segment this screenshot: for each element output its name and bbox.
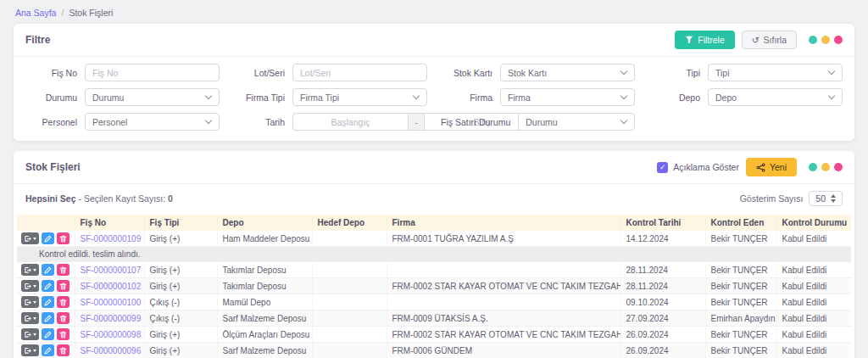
row-export-menu-button[interactable] [21,312,39,324]
field-tipi: Tipi Tipi [648,64,843,81]
yellow-dot-icon [821,36,830,44]
cell-kontrol-tarihi: 26.09.2024 [620,343,705,358]
filter-panel-title: Filtre [25,34,50,46]
cell-fis-no[interactable]: SF-0000000109 [75,231,144,247]
date-start-input[interactable] [292,113,408,131]
caret-down-icon [33,350,36,352]
cell-fis-tipi: Giriş (+) [144,231,217,247]
cell-fis-tipi: Çıkış (-) [144,310,217,327]
yeni-button[interactable]: Yeni [746,158,797,176]
row-actions [21,232,70,244]
cell-kontrol-durumu: Kabul Edildi [776,310,851,327]
row-actions [21,280,70,292]
cell-depo: Ölçüm Araçları Deposu [217,327,312,343]
breadcrumb-home-link[interactable]: Ana Sayfa [15,8,56,18]
row-export-menu-button[interactable] [21,280,39,292]
cell-kontrol-tarihi: 27.09.2024 [620,310,705,327]
row-note-text: Kontrol edildi. teslim alındı. [17,247,851,262]
filter-panel: Filtre Filtrele ↺ Sıfırla Fiş No Lot/Ser… [14,24,854,141]
export-icon [24,299,31,306]
cell-fis-no[interactable]: SF-0000000099 [75,310,144,327]
caret-down-icon [33,238,36,240]
row-delete-button[interactable] [57,280,70,292]
row-delete-button[interactable] [57,264,70,276]
stok-karti-select[interactable]: Stok Kartı [500,64,635,81]
cell-fis-tipi: Giriş (+) [144,327,217,343]
row-export-menu-button[interactable] [21,328,39,340]
cell-kontrol-tarihi: 09.10.2024 [620,294,705,310]
row-delete-button[interactable] [57,296,70,308]
cell-fis-no[interactable]: SF-0000000107 [75,262,144,278]
row-delete-button[interactable] [57,344,70,356]
gosterim-sayisi-select[interactable]: 50 [809,191,843,206]
stok-karti-label: Stok Kartı [441,68,500,78]
row-delete-button[interactable] [57,328,70,340]
sifirla-button[interactable]: ↺ Sıfırla [742,31,797,49]
field-stok-karti: Stok Kartı Stok Kartı [441,64,635,81]
row-edit-button[interactable] [42,328,54,340]
row-delete-button[interactable] [57,312,70,324]
field-firma-tipi: Firma Tipi Firma Tipi [233,88,427,106]
cell-kontrol-tarihi: 28.11.2024 [620,262,705,278]
row-edit-button[interactable] [42,280,54,292]
cell-actions [17,294,75,310]
cell-kontrol-eden: Bekir TUNÇER [705,294,776,310]
table-row: SF-0000000102Giriş (+)Takımlar DeposuFRM… [17,278,851,294]
export-icon [24,282,31,290]
cell-kontrol-durumu: Kabul Edildi [776,343,851,358]
pink-dot-icon [834,36,843,44]
filtrele-button[interactable]: Filtrele [675,31,735,49]
row-edit-button[interactable] [42,232,54,244]
row-export-menu-button[interactable] [21,232,39,244]
trash-icon [59,315,67,322]
cell-fis-no[interactable]: SF-0000000098 [75,327,144,343]
table-body: SF-0000000109Giriş (+)Ham Maddeler Depos… [17,231,851,358]
cell-fis-no[interactable]: SF-0000000096 [75,343,144,358]
durumu-select[interactable]: Durumu [85,88,220,106]
row-export-menu-button[interactable] [21,264,39,276]
checkbox-checked-icon[interactable]: ✓ [657,162,668,173]
firma-select[interactable]: Firma [500,88,635,106]
row-edit-button[interactable] [42,312,54,324]
stok-fisleri-title: Stok Fişleri [25,161,81,173]
cell-kontrol-eden: Bekir TUNÇER [705,327,776,343]
secilen-kayit-label: Seçilen Kayıt Sayısı: [84,193,165,204]
cell-fis-no[interactable]: SF-0000000102 [75,278,144,294]
row-edit-button[interactable] [42,344,54,356]
lot-seri-input[interactable] [292,64,427,81]
row-edit-button[interactable] [42,296,54,308]
cell-fis-tipi: Giriş (+) [144,343,217,358]
pencil-icon [44,235,52,243]
trash-icon [59,282,67,290]
cell-kontrol-durumu: Kabul Edildi [776,294,851,310]
row-export-menu-button[interactable] [21,344,39,356]
sifirla-button-label: Sıfırla [764,35,787,45]
row-delete-button[interactable] [57,232,70,244]
header-depo: Depo [217,215,312,231]
header-fis-tipi: Fiş Tipi [144,215,217,231]
breadcrumb: Ana Sayfa / Stok Fişleri [0,0,868,24]
gosterim-sayisi-value: 50 [815,193,826,204]
tipi-select[interactable]: Tipi [708,64,843,81]
hepsini-sec-link[interactable]: Hepsini Seç [25,193,76,204]
header-kontrol-durumu: Kontrol Durumu [776,215,851,231]
selection-info: Hepsini Seç - Seçilen Kayıt Sayısı: 0 [25,193,173,204]
fis-satiri-durumu-select[interactable]: Durumu [518,113,635,131]
table-row: SF-0000000100Çıkış (-)Mamül Depo09.10.20… [17,294,851,310]
funnel-icon [685,36,693,44]
cell-fis-no[interactable]: SF-0000000100 [75,294,144,310]
caret-down-icon [33,333,36,336]
stok-fisleri-header: Stok Fişleri ✓ Açıklama Göster Yeni [14,151,854,184]
cell-kontrol-eden: Bekir TUNÇER [705,231,776,247]
teal-dot-icon [809,163,817,171]
caret-down-icon [33,317,36,320]
fis-no-input[interactable] [85,64,220,81]
row-edit-button[interactable] [42,264,54,276]
aciklama-goster-checkbox-wrap[interactable]: ✓ Açıklama Göster [657,162,739,173]
depo-select[interactable]: Depo [708,88,843,106]
fis-no-label: Fiş No [25,68,85,78]
list-toolbar: Hepsini Seç - Seçilen Kayıt Sayısı: 0 Gö… [14,184,854,211]
row-export-menu-button[interactable] [21,296,39,308]
personel-select[interactable]: Personel [85,113,220,131]
firma-tipi-select[interactable]: Firma Tipi [292,88,427,106]
